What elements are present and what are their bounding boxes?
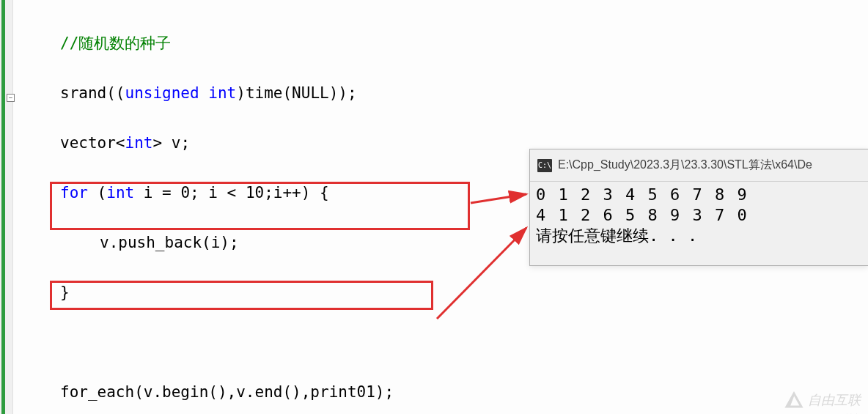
editor-gutter: − — [0, 0, 13, 414]
console-window: C:\ E:\Cpp_Study\2023.3月\23.3.30\STL算法\x… — [529, 149, 868, 266]
code-line: v.push_back(i); — [21, 230, 412, 255]
console-line: 0 1 2 3 4 5 6 7 8 9 — [536, 185, 862, 205]
watermark: 自由互联 — [784, 391, 861, 410]
svg-line-1 — [437, 228, 526, 319]
code-line: for_each(v.begin(),v.end(),print01); — [21, 380, 412, 404]
arrow-icon — [469, 187, 535, 209]
fold-toggle-icon[interactable]: − — [7, 94, 15, 102]
console-title-text: E:\Cpp_Study\2023.3月\23.3.30\STL算法\x64\D… — [558, 158, 812, 173]
code-comment: //随机数的种子 — [60, 34, 171, 52]
console-line: 4 1 2 6 5 8 9 3 7 0 — [536, 205, 862, 226]
code-line: for (int i = 0; i < 10;i++) { — [21, 180, 412, 205]
arrow-icon — [433, 222, 535, 325]
console-output[interactable]: 0 1 2 3 4 5 6 7 8 9 4 1 2 6 5 8 9 3 7 0 … — [530, 182, 868, 249]
console-line: 请按任意键继续. . . — [536, 226, 862, 246]
code-line: } — [21, 280, 412, 305]
code-editor-content[interactable]: //随机数的种子 srand((unsigned int)time(NULL))… — [21, 6, 412, 414]
svg-line-0 — [471, 194, 526, 203]
change-marker-bar — [1, 0, 5, 414]
code-line: vector<int> v; — [21, 130, 412, 155]
code-line: srand((unsigned int)time(NULL)); — [21, 81, 412, 106]
terminal-icon: C:\ — [537, 159, 552, 172]
code-blank-line — [21, 330, 412, 355]
watermark-logo-icon — [784, 391, 803, 410]
console-titlebar[interactable]: C:\ E:\Cpp_Study\2023.3月\23.3.30\STL算法\x… — [530, 149, 868, 182]
